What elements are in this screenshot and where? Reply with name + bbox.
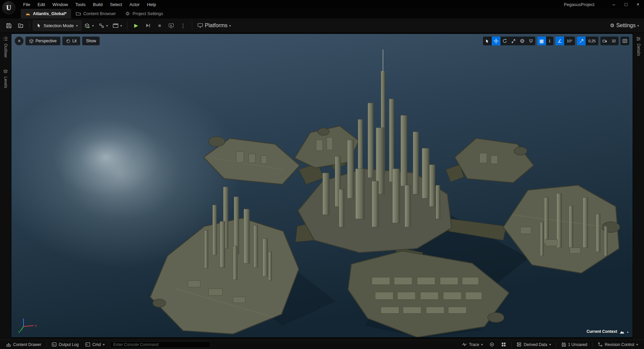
- chevron-down-icon: ▾: [229, 24, 231, 28]
- camera-speed-group: 32: [600, 37, 619, 45]
- frame-skip-button[interactable]: [143, 20, 153, 31]
- select-tool-button[interactable]: [483, 37, 492, 45]
- rotation-snap-toggle[interactable]: ∠: [555, 37, 564, 45]
- move-tool-button[interactable]: [492, 37, 500, 45]
- quad-layout-icon: [623, 39, 627, 43]
- stop-button[interactable]: ■: [154, 20, 165, 31]
- details-icon: [636, 36, 641, 41]
- tab-content-browser[interactable]: Content Browser: [71, 9, 120, 18]
- menu-help[interactable]: Help: [143, 0, 160, 9]
- blueprints-dropdown[interactable]: ▾: [97, 20, 110, 31]
- rotate-tool-icon: [502, 39, 507, 43]
- grid-snap-toggle[interactable]: ▦: [537, 37, 546, 45]
- viewport[interactable]: ≡ Perspective Lit Show: [11, 34, 633, 338]
- grid-snap-value-dropdown[interactable]: 1: [546, 37, 553, 45]
- main-toolbar: Selection Mode ▾ ▾ ▾ ▾ ▶ ■ ⋮ Platforms: [0, 18, 644, 33]
- console-command-input[interactable]: [110, 341, 211, 348]
- menu-actor[interactable]: Actor: [126, 0, 143, 9]
- stop-icon: ■: [158, 23, 161, 28]
- unreal-logo[interactable]: U: [2, 1, 15, 14]
- save-button[interactable]: [3, 20, 14, 31]
- trace-dropdown[interactable]: Trace ▾: [459, 342, 486, 347]
- menu-tools[interactable]: Tools: [72, 0, 89, 9]
- project-settings-icon: [125, 11, 130, 16]
- scale-snap-group: 0,25: [577, 37, 598, 45]
- content-drawer-button[interactable]: Content Drawer: [3, 340, 45, 349]
- blueprints-icon: [98, 22, 105, 29]
- lit-sphere-icon: [66, 39, 70, 43]
- skip-frame-icon: [145, 23, 151, 28]
- content-browser-icon: [76, 11, 81, 16]
- camera-speed-button[interactable]: [600, 37, 609, 45]
- insights-button[interactable]: [486, 342, 498, 347]
- current-context-dropdown[interactable]: Current Context ▴: [587, 329, 629, 334]
- editor-preferences-button[interactable]: [498, 342, 509, 347]
- viewport-3d-scene[interactable]: [11, 34, 633, 337]
- menu-file[interactable]: File: [19, 0, 34, 9]
- tab-bar: Atlantis_Global* Content Browser Project…: [0, 9, 644, 18]
- right-panel-strip: Details: [633, 33, 644, 340]
- revision-control-dropdown[interactable]: Revision Control ▾: [594, 342, 641, 347]
- add-actor-dropdown[interactable]: ▾: [83, 20, 96, 31]
- tab-project-settings[interactable]: Project Settings: [120, 9, 168, 18]
- scale-tool-button[interactable]: [509, 37, 518, 45]
- play-icon: ▶: [134, 22, 138, 29]
- transform-tools-group: [483, 37, 535, 45]
- viewport-options-button[interactable]: ≡: [15, 37, 23, 45]
- view-mode-dropdown[interactable]: Lit: [62, 37, 80, 45]
- trace-icon: [462, 342, 467, 347]
- coordinate-space-button[interactable]: [518, 37, 527, 45]
- launch-button[interactable]: [166, 20, 177, 31]
- viewport-toolbar-right: ▦ 1 ∠ 10° 0,25: [481, 37, 629, 45]
- workspace: Outliner Levels: [0, 33, 644, 340]
- chevron-down-icon: ▾: [636, 343, 638, 346]
- perspective-icon: [29, 39, 34, 43]
- platforms-dropdown[interactable]: Platforms ▾: [196, 20, 233, 31]
- menu-bar: File Edit Window Tools Build Select Acto…: [0, 0, 644, 9]
- statusbar-right-group: Trace ▾ Derived Data ▾ 1 Unsaved: [459, 342, 641, 347]
- perspective-dropdown[interactable]: Perspective: [25, 37, 60, 45]
- cinematics-dropdown[interactable]: ▾: [111, 20, 124, 31]
- outliner-icon: [3, 36, 8, 41]
- revision-control-icon: [598, 342, 603, 347]
- play-button[interactable]: ▶: [131, 20, 142, 31]
- cmd-dropdown[interactable]: Cmd ▾: [82, 340, 108, 349]
- toolbar-separator: [192, 21, 192, 30]
- details-tab[interactable]: Details: [636, 36, 641, 56]
- tab-atlantis-global[interactable]: Atlantis_Global*: [21, 9, 71, 18]
- output-log-button[interactable]: Output Log: [48, 340, 82, 349]
- minimize-button[interactable]: –: [608, 0, 620, 9]
- statusbar-separator: [511, 342, 512, 347]
- close-button[interactable]: ×: [632, 0, 644, 9]
- outliner-tab[interactable]: Outliner: [3, 36, 8, 58]
- window-controls: PegasusProject – □ ×: [564, 0, 644, 9]
- camera-speed-value[interactable]: 32: [609, 37, 619, 45]
- browse-content-button[interactable]: [15, 20, 26, 31]
- menu-edit[interactable]: Edit: [34, 0, 49, 9]
- maximize-viewport-button[interactable]: [621, 37, 629, 45]
- menu-window[interactable]: Window: [49, 0, 71, 9]
- play-options-button[interactable]: ⋮: [178, 20, 189, 31]
- rotate-tool-button[interactable]: [500, 37, 509, 45]
- statusbar-separator: [592, 342, 593, 347]
- content-drawer-icon: [6, 342, 11, 347]
- scale-snap-value-dropdown[interactable]: 0,25: [586, 37, 598, 45]
- statusbar-separator: [556, 342, 556, 347]
- menu-select[interactable]: Select: [106, 0, 126, 9]
- levels-tab[interactable]: Levels: [3, 69, 8, 88]
- scale-snap-toggle[interactable]: [577, 37, 586, 45]
- viewport-toolbar: ≡ Perspective Lit Show: [15, 37, 629, 45]
- unsaved-changes-button[interactable]: 1 Unsaved: [558, 342, 591, 347]
- rotation-snap-value-dropdown[interactable]: 10°: [564, 37, 575, 45]
- derived-data-dropdown[interactable]: Derived Data ▾: [513, 342, 554, 347]
- chevron-down-icon: ▾: [481, 343, 483, 346]
- chevron-down-icon: ▾: [120, 24, 122, 28]
- settings-dropdown[interactable]: ⚙ Settings ▾: [608, 20, 641, 31]
- axis-gizmo: x y: [16, 312, 40, 335]
- menu-build[interactable]: Build: [89, 0, 106, 9]
- surface-snapping-button[interactable]: [527, 37, 535, 45]
- show-dropdown[interactable]: Show: [82, 37, 100, 45]
- svg-text:y: y: [18, 330, 20, 333]
- restore-button[interactable]: □: [620, 0, 632, 9]
- selection-mode-dropdown[interactable]: Selection Mode ▾: [33, 20, 82, 31]
